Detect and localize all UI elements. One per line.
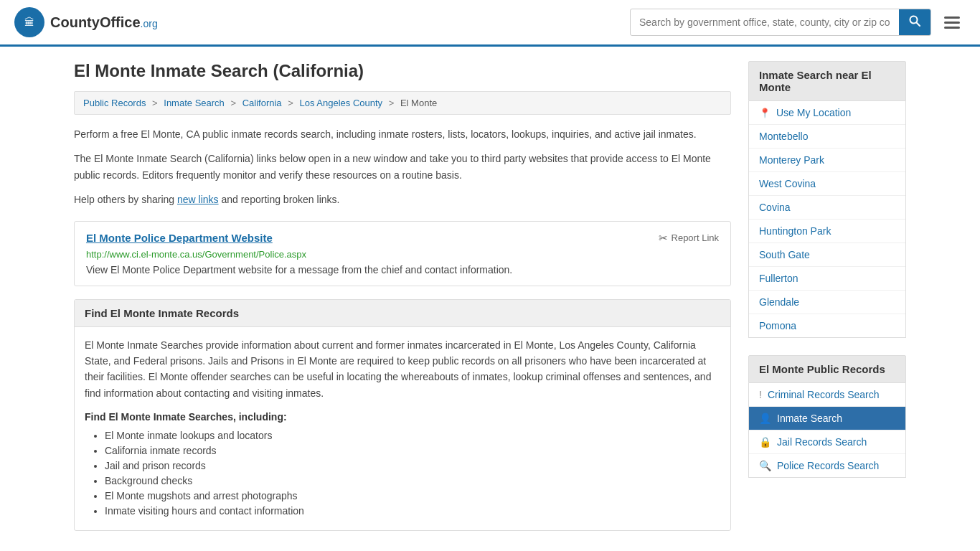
sidebar-pub-record-item[interactable]: 👤Inmate Search xyxy=(749,407,905,430)
person-icon: 👤 xyxy=(759,413,771,424)
list-item: Jail and prison records xyxy=(105,460,720,471)
link-card: El Monte Police Department Website ✂ Rep… xyxy=(74,221,731,286)
sidebar-public-records-links: !Criminal Records Search👤Inmate Search🔒J… xyxy=(748,383,906,478)
sidebar-nearby-link-item[interactable]: West Covina xyxy=(749,172,905,196)
header-right xyxy=(630,9,966,36)
sidebar-nearby-title: Inmate Search near El Monte xyxy=(748,61,906,101)
sidebar: Inmate Search near El Monte 📍 Use My Loc… xyxy=(748,61,906,531)
sidebar-nearby-link-item[interactable]: Covina xyxy=(749,196,905,220)
intro-p1: Perform a free El Monte, CA public inmat… xyxy=(74,126,731,142)
sidebar-nearby-link-item[interactable]: Pomona xyxy=(749,314,905,337)
use-my-location-link[interactable]: Use My Location xyxy=(776,107,851,118)
logo-icon: 🏛 xyxy=(14,7,44,37)
breadcrumb-california[interactable]: California xyxy=(242,98,282,108)
hamburger-menu-button[interactable] xyxy=(938,14,966,32)
sidebar-pub-record-item[interactable]: !Criminal Records Search xyxy=(749,383,905,407)
header: 🏛 CountyOffice.org xyxy=(0,0,980,47)
sidebar-nearby-link-item[interactable]: Glendale xyxy=(749,291,905,314)
report-link-button[interactable]: ✂ Report Link xyxy=(659,232,719,245)
breadcrumb-los-angeles-county[interactable]: Los Angeles County xyxy=(299,98,382,108)
location-pin-icon: 📍 xyxy=(759,108,771,118)
list-item: California inmate records xyxy=(105,445,720,456)
find-section-text: El Monte Inmate Searches provide informa… xyxy=(85,337,720,402)
sidebar-use-location[interactable]: 📍 Use My Location xyxy=(749,101,905,125)
search-input[interactable] xyxy=(631,11,899,34)
breadcrumb-el-monte: El Monte xyxy=(400,98,437,108)
search-small-icon: 🔍 xyxy=(759,460,771,471)
sidebar-nearby-link-item[interactable]: Huntington Park xyxy=(749,220,905,243)
list-item: El Monte inmate lookups and locators xyxy=(105,430,720,441)
sidebar-nearby-section: Inmate Search near El Monte 📍 Use My Loc… xyxy=(748,61,906,338)
find-section: Find El Monte Inmate Records El Monte In… xyxy=(74,299,731,532)
sidebar-nearby-link-item[interactable]: South Gate xyxy=(749,243,905,267)
breadcrumb-inmate-search[interactable]: Inmate Search xyxy=(164,98,225,108)
sidebar-nearby-links: 📍 Use My Location MontebelloMonterey Par… xyxy=(748,101,906,338)
list-item: Background checks xyxy=(105,475,720,486)
find-section-list: El Monte inmate lookups and locatorsCali… xyxy=(85,430,720,517)
lock-icon: 🔒 xyxy=(759,436,771,448)
sidebar-nearby-link[interactable]: Fullerton xyxy=(759,273,798,284)
list-item: El Monte mugshots and arrest photographs xyxy=(105,490,720,501)
main-container: El Monte Inmate Search (California) Publ… xyxy=(60,47,920,545)
sidebar-pub-record-link[interactable]: Jail Records Search xyxy=(777,436,867,448)
list-item: Inmate visiting hours and contact inform… xyxy=(105,505,720,517)
report-icon: ✂ xyxy=(659,232,668,245)
search-bar xyxy=(630,9,931,36)
link-url[interactable]: http://www.ci.el-monte.ca.us/Government/… xyxy=(86,249,719,260)
breadcrumb-public-records[interactable]: Public Records xyxy=(83,98,146,108)
link-description: View El Monte Police Department website … xyxy=(86,264,719,276)
logo-text: CountyOffice.org xyxy=(50,14,158,31)
intro-p3: Help others by sharing new links and rep… xyxy=(74,192,731,207)
intro-p2: The El Monte Inmate Search (California) … xyxy=(74,151,731,183)
new-links-link[interactable]: new links xyxy=(177,194,219,205)
link-card-title[interactable]: El Monte Police Department Website xyxy=(86,232,273,244)
sidebar-nearby-link[interactable]: Covina xyxy=(759,202,791,213)
sidebar-public-records-title: El Monte Public Records xyxy=(748,355,906,383)
sidebar-nearby-link[interactable]: Glendale xyxy=(759,296,799,308)
warning-icon: ! xyxy=(759,389,762,400)
sidebar-nearby-link[interactable]: Huntington Park xyxy=(759,225,831,237)
sidebar-nearby-link[interactable]: Pomona xyxy=(759,320,796,331)
find-section-body: El Monte Inmate Searches provide informa… xyxy=(75,327,730,531)
find-section-subheading: Find El Monte Inmate Searches, including… xyxy=(85,411,720,423)
search-button[interactable] xyxy=(899,9,930,35)
sidebar-public-records-section: El Monte Public Records !Criminal Record… xyxy=(748,355,906,478)
sidebar-nearby-link[interactable]: South Gate xyxy=(759,249,810,260)
sidebar-nearby-link-item[interactable]: Fullerton xyxy=(749,267,905,291)
content-area: El Monte Inmate Search (California) Publ… xyxy=(74,61,731,531)
page-title: El Monte Inmate Search (California) xyxy=(74,61,731,81)
sidebar-pub-record-link[interactable]: Criminal Records Search xyxy=(768,389,880,400)
link-card-header: El Monte Police Department Website ✂ Rep… xyxy=(86,232,719,245)
sidebar-nearby-link[interactable]: Montebello xyxy=(759,131,809,142)
sidebar-pub-record-item[interactable]: 🔒Jail Records Search xyxy=(749,430,905,454)
sidebar-nearby-link[interactable]: West Covina xyxy=(759,178,816,189)
find-section-title: Find El Monte Inmate Records xyxy=(75,300,730,327)
breadcrumb: Public Records > Inmate Search > Califor… xyxy=(74,91,731,115)
sidebar-nearby-link[interactable]: Monterey Park xyxy=(759,154,824,166)
report-link-label: Report Link xyxy=(672,232,719,243)
logo-area: 🏛 CountyOffice.org xyxy=(14,7,158,37)
svg-line-3 xyxy=(917,23,920,27)
sidebar-nearby-link-item[interactable]: Monterey Park xyxy=(749,149,905,172)
sidebar-pub-record-link[interactable]: Inmate Search xyxy=(777,413,842,424)
svg-text:🏛: 🏛 xyxy=(24,17,34,28)
sidebar-nearby-link-item[interactable]: Montebello xyxy=(749,125,905,149)
sidebar-pub-record-link[interactable]: Police Records Search xyxy=(777,460,879,471)
sidebar-pub-record-item[interactable]: 🔍Police Records Search xyxy=(749,454,905,477)
